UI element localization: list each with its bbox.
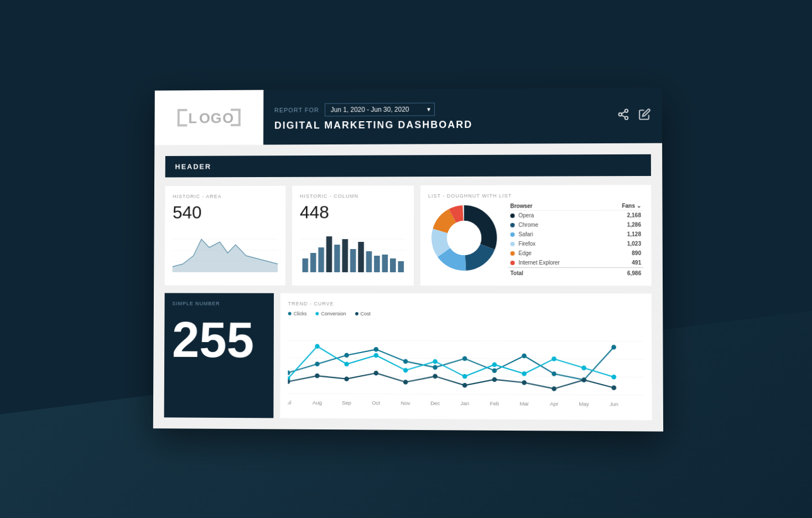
- top-bar: L O G O REPORT FOR: [154, 87, 662, 145]
- svg-text:May: May: [579, 401, 590, 407]
- doughnut-svg: [428, 202, 500, 274]
- historic-area-card: HISTORIC - AREA 540: [165, 186, 286, 286]
- svg-text:Mar: Mar: [519, 400, 529, 406]
- svg-point-47: [315, 361, 320, 366]
- legend-conversion: Conversion: [315, 311, 346, 317]
- svg-text:L: L: [188, 111, 197, 126]
- doughnut-content: Browser Fans ⌄ Opera: [428, 201, 643, 278]
- svg-point-72: [344, 376, 349, 381]
- svg-point-69: [611, 375, 616, 380]
- svg-point-60: [344, 362, 349, 367]
- svg-rect-29: [358, 242, 364, 272]
- cost-label: Cost: [361, 311, 371, 317]
- svg-rect-1: [178, 109, 188, 111]
- svg-point-64: [462, 374, 467, 379]
- browser-name: Safari: [508, 230, 602, 239]
- total-label: Total: [508, 268, 602, 278]
- svg-text:Sep: Sep: [342, 399, 351, 405]
- svg-text:O: O: [222, 110, 233, 126]
- historic-column-value: 448: [300, 202, 406, 222]
- edit-icon[interactable]: [638, 108, 650, 123]
- browser-fans: 890: [602, 248, 644, 258]
- share-icon[interactable]: [617, 108, 629, 123]
- svg-line-42: [288, 340, 644, 341]
- svg-text:Feb: Feb: [490, 400, 499, 406]
- doughnut-label: LIST - DOUGHNUT WITH LIST: [428, 193, 643, 199]
- svg-rect-9: [231, 124, 241, 126]
- svg-point-71: [315, 374, 320, 379]
- svg-point-46: [288, 370, 290, 375]
- doughnut-list: Browser Fans ⌄ Opera: [508, 201, 643, 278]
- table-row: Firefox 1,023: [508, 239, 644, 248]
- svg-text:Oct: Oct: [372, 400, 380, 406]
- svg-rect-30: [366, 251, 372, 272]
- svg-point-79: [551, 386, 556, 391]
- conversion-label: Conversion: [321, 311, 346, 317]
- logo-svg: L O G O: [176, 106, 242, 128]
- svg-point-80: [581, 377, 586, 382]
- svg-rect-22: [303, 258, 309, 272]
- svg-text:Jun: Jun: [610, 401, 618, 407]
- cost-dot: [355, 312, 358, 315]
- svg-text:Jan: Jan: [460, 400, 469, 406]
- svg-point-51: [433, 365, 438, 370]
- logo-box: L O G O: [154, 90, 263, 145]
- svg-point-67: [551, 356, 556, 361]
- svg-point-49: [374, 347, 379, 352]
- browser-name: Edge: [508, 248, 602, 258]
- browser-fans: 1,023: [602, 239, 644, 248]
- svg-point-53: [492, 368, 497, 373]
- svg-line-45: [288, 393, 644, 395]
- table-row: Opera 2,168: [508, 210, 643, 220]
- bottom-row: SIMPLE NUMBER 255 TREND - CURVE Clicks C…: [164, 293, 652, 421]
- svg-point-59: [315, 344, 320, 349]
- svg-marker-18: [173, 239, 278, 272]
- total-value: 6,986: [602, 268, 644, 278]
- browser-dot: [511, 232, 515, 237]
- header-actions: [606, 87, 662, 143]
- svg-point-65: [492, 362, 497, 367]
- browser-dot: [511, 242, 515, 246]
- svg-text:Dec: Dec: [430, 400, 440, 406]
- content-area: HEADER HISTORIC - AREA 540: [153, 143, 663, 432]
- historic-column-label: HISTORIC - COLUMN: [300, 193, 406, 199]
- svg-text:Nov: Nov: [401, 400, 410, 406]
- legend-clicks: Clicks: [288, 311, 307, 317]
- svg-text:Jul: Jul: [288, 399, 291, 405]
- svg-point-73: [374, 371, 379, 376]
- svg-point-76: [462, 383, 467, 388]
- trend-label: TREND - CURVE: [288, 301, 644, 307]
- browser-table: Browser Fans ⌄ Opera: [508, 201, 643, 278]
- date-select-wrapper[interactable]: Jun 1, 2020 - Jun 30, 2020: [325, 102, 435, 116]
- browser-fans: 1,286: [602, 220, 644, 229]
- svg-rect-0: [178, 109, 180, 127]
- svg-rect-27: [342, 239, 348, 272]
- svg-point-70: [288, 379, 290, 384]
- trend-card: TREND - CURVE Clicks Conversion Cost: [280, 293, 652, 420]
- browser-name: Opera: [508, 210, 602, 220]
- header-right: REPORT FOR Jun 1, 2020 - Jun 30, 2020 DI…: [263, 88, 606, 145]
- svg-point-12: [625, 116, 628, 120]
- browser-name: Internet Explorer: [508, 258, 602, 268]
- table-row: Edge 890: [508, 248, 644, 258]
- svg-rect-8: [231, 108, 241, 111]
- svg-point-66: [522, 371, 527, 376]
- table-row: Internet Explorer 491: [508, 258, 644, 268]
- charts-row: HISTORIC - AREA 540 HISTOR: [165, 185, 652, 286]
- historic-column-card: HISTORIC - COLUMN 448: [292, 185, 414, 286]
- section-header: HEADER: [165, 154, 651, 178]
- dashboard-title: DIGITAL MARKETING DASHBOARD: [274, 118, 595, 131]
- trend-svg: Jul Aug Sep Oct Nov Dec Jan Feb Mar Apr …: [288, 320, 644, 410]
- svg-point-77: [492, 377, 497, 382]
- svg-line-13: [622, 115, 625, 117]
- svg-rect-32: [382, 255, 388, 272]
- svg-rect-33: [390, 258, 396, 272]
- svg-point-63: [433, 359, 438, 364]
- svg-point-52: [462, 356, 467, 361]
- svg-point-54: [522, 354, 527, 359]
- svg-rect-26: [334, 245, 340, 272]
- svg-rect-23: [310, 253, 316, 272]
- date-range-select[interactable]: Jun 1, 2020 - Jun 30, 2020: [325, 102, 435, 116]
- table-row: Chrome 1,286: [508, 220, 643, 229]
- simple-number-card: SIMPLE NUMBER 255: [164, 293, 274, 418]
